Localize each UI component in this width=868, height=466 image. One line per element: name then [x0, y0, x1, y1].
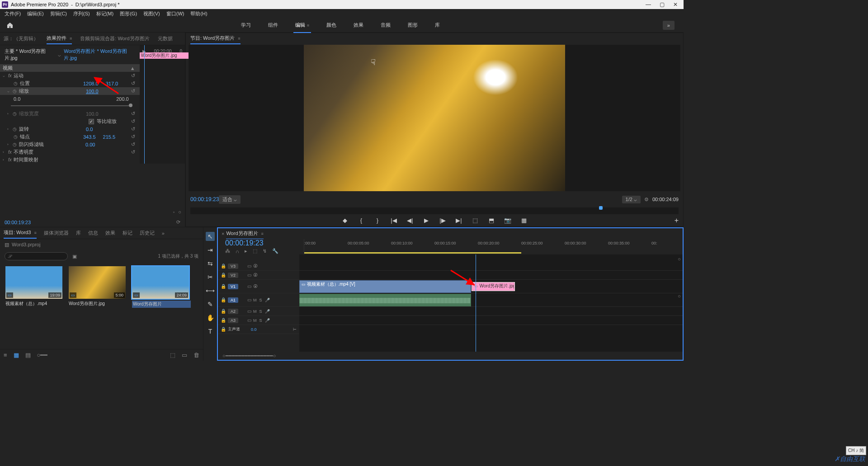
- tl-marker-icon[interactable]: ▸: [245, 248, 247, 254]
- keyframe-nav-icon[interactable]: ○: [178, 209, 181, 217]
- twirl-icon[interactable]: ›: [3, 158, 8, 162]
- eye-icon[interactable]: ⦿: [253, 273, 258, 278]
- type-tool-icon[interactable]: T: [206, 327, 215, 336]
- workspace-graphics[interactable]: 图形: [406, 19, 420, 31]
- scale-slider[interactable]: [11, 105, 129, 106]
- reset-icon[interactable]: ↺: [131, 73, 137, 79]
- view-list-icon[interactable]: ≡: [4, 352, 7, 358]
- solo-button[interactable]: S: [259, 298, 262, 302]
- reset-icon[interactable]: ↺: [131, 88, 137, 94]
- keyframe-nav-icon[interactable]: ◦: [173, 209, 175, 217]
- source-current-time[interactable]: 00:00:19:23: [5, 220, 31, 225]
- track-toggle-icon[interactable]: ▭: [247, 318, 251, 323]
- effects-tab[interactable]: 效果: [105, 228, 115, 238]
- workspace-editing[interactable]: 编辑≡: [293, 19, 311, 31]
- project-item[interactable]: ▭ 19:09 视频素材（总）.mp4: [5, 266, 64, 307]
- home-button[interactable]: [2, 19, 18, 32]
- project-item[interactable]: ▭ 24:09 Word另存图片: [132, 266, 191, 308]
- scroll-marker-icon[interactable]: ○: [678, 256, 681, 262]
- rotation-value[interactable]: 0.0: [82, 127, 100, 132]
- track-toggle-icon[interactable]: ▭: [247, 297, 251, 302]
- ripple-edit-tool-icon[interactable]: ⇆: [206, 259, 215, 268]
- track-a2-label[interactable]: A2: [228, 309, 238, 314]
- view-icon-icon[interactable]: ▦: [14, 352, 19, 358]
- timeline-tab[interactable]: Word另存图片 ≡: [226, 228, 263, 240]
- source-tab-effect-controls[interactable]: 效果控件 ≡: [47, 33, 72, 44]
- lock-icon[interactable]: 🔒: [221, 264, 226, 268]
- source-loop-icon[interactable]: ⟳: [176, 219, 180, 225]
- mute-button[interactable]: M: [253, 298, 257, 302]
- video-clip[interactable]: ▭ 视频素材（总）.mp4 [V]: [299, 280, 471, 293]
- slip-tool-icon[interactable]: ⟷: [206, 286, 215, 295]
- project-thumbnail[interactable]: ▭ 5:00: [69, 266, 126, 299]
- timeline-ruler[interactable]: :00:00 00:00:05:00 00:00:10:00 00:00:15:…: [304, 239, 678, 254]
- lock-icon[interactable]: 🔒: [221, 318, 226, 323]
- menu-graphics[interactable]: 图形(G): [117, 9, 140, 18]
- twirl-icon[interactable]: ›: [7, 127, 13, 131]
- timeline-tracks-area[interactable]: ○ ▭ 视频素材（总）.mp4 [V] ▭ Word另存图片.jpg: [299, 254, 683, 352]
- hand-tool-icon[interactable]: ✋: [206, 313, 215, 322]
- goto-out-icon[interactable]: ▶|: [455, 217, 463, 224]
- source-tab-metadata[interactable]: 元数据: [158, 33, 173, 44]
- track-v2-label[interactable]: V2: [228, 273, 238, 278]
- project-item-name[interactable]: Word另存图片.jpg: [69, 301, 127, 307]
- mark-in-icon[interactable]: ◆: [341, 217, 349, 224]
- reset-icon[interactable]: ↺: [131, 126, 137, 132]
- workspace-audio[interactable]: 音频: [379, 19, 392, 31]
- goto-in-icon[interactable]: |◀: [390, 217, 398, 224]
- settings-icon[interactable]: ⚙: [644, 197, 649, 202]
- master-value[interactable]: 0.0: [251, 327, 257, 332]
- reset-icon[interactable]: ↺: [131, 80, 137, 86]
- extract-icon[interactable]: ⬒: [487, 217, 495, 224]
- track-v3-label[interactable]: V3: [228, 264, 238, 269]
- step-fwd-icon[interactable]: |▶: [439, 217, 447, 224]
- close-button[interactable]: ✕: [669, 0, 682, 9]
- zoom-slider-icon[interactable]: ○━━: [37, 352, 48, 358]
- effect-mini-timeline[interactable]: ▶ 00:20:00 0 Word另存图片.jpg: [140, 45, 185, 164]
- info-tab[interactable]: 信息: [88, 228, 98, 238]
- effect-clip-link[interactable]: Word另存图片 * Word另存图片.jpg: [64, 48, 135, 61]
- workspace-color[interactable]: 颜色: [325, 19, 338, 31]
- twirl-icon[interactable]: ›: [7, 112, 13, 116]
- track-select-tool-icon[interactable]: ⇥: [206, 245, 215, 254]
- master-expand-icon[interactable]: ⊢: [293, 327, 297, 332]
- mute-button[interactable]: M: [253, 318, 257, 323]
- selection-tool-icon[interactable]: ↖: [206, 232, 215, 241]
- twirl-icon[interactable]: ›: [7, 142, 13, 146]
- track-toggle-icon[interactable]: ▭: [247, 284, 251, 289]
- mini-playhead[interactable]: [144, 45, 145, 164]
- solo-button[interactable]: S: [259, 318, 262, 323]
- workspace-effects[interactable]: 效果: [352, 19, 365, 31]
- menu-sequence[interactable]: 序列(S): [71, 9, 93, 18]
- lock-icon[interactable]: 🔒: [221, 297, 226, 302]
- panel-menu-icon[interactable]: ≡: [70, 36, 72, 41]
- mini-clip[interactable]: Word另存图片.jpg: [140, 52, 194, 59]
- scale-value[interactable]: 100.0: [82, 89, 102, 94]
- workspace-learn[interactable]: 学习: [239, 19, 253, 31]
- tl-settings-icon[interactable]: ↯: [263, 248, 267, 254]
- reset-icon[interactable]: ↺: [131, 149, 137, 155]
- track-toggle-icon[interactable]: ▭: [247, 264, 251, 268]
- minimize-button[interactable]: —: [642, 0, 655, 9]
- motion-label[interactable]: 运动: [14, 72, 24, 79]
- eye-icon[interactable]: ⦿: [253, 264, 258, 268]
- slider-handle[interactable]: [129, 104, 132, 107]
- program-current-time[interactable]: 00:00:19:23: [190, 196, 219, 202]
- time-remap-label[interactable]: 时间重映射: [14, 156, 38, 163]
- add-button-icon[interactable]: +: [675, 217, 679, 225]
- voice-icon[interactable]: 🎤: [265, 309, 270, 314]
- new-item-icon[interactable]: ▭: [182, 352, 187, 358]
- tabs-overflow-icon[interactable]: »: [162, 231, 165, 236]
- source-tab-audio-mixer[interactable]: 音频剪辑混合器: Word另存图片: [80, 33, 149, 44]
- stopwatch-icon[interactable]: ◷: [14, 81, 20, 86]
- project-thumbnail[interactable]: ▭ 24:09: [132, 266, 189, 299]
- media-browser-tab[interactable]: 媒体浏览器: [44, 228, 69, 238]
- track-v1-label[interactable]: V1: [228, 284, 238, 289]
- lock-icon[interactable]: 🔒: [221, 273, 226, 278]
- track-toggle-icon[interactable]: ▭: [247, 309, 251, 314]
- anchor-y[interactable]: 215.5: [99, 134, 119, 140]
- menu-clip[interactable]: 剪辑(C): [47, 9, 70, 18]
- project-item-name[interactable]: Word另存图片: [132, 301, 191, 308]
- antiflicker-value[interactable]: 0.00: [82, 142, 100, 147]
- bracket-out-icon[interactable]: }: [373, 217, 382, 224]
